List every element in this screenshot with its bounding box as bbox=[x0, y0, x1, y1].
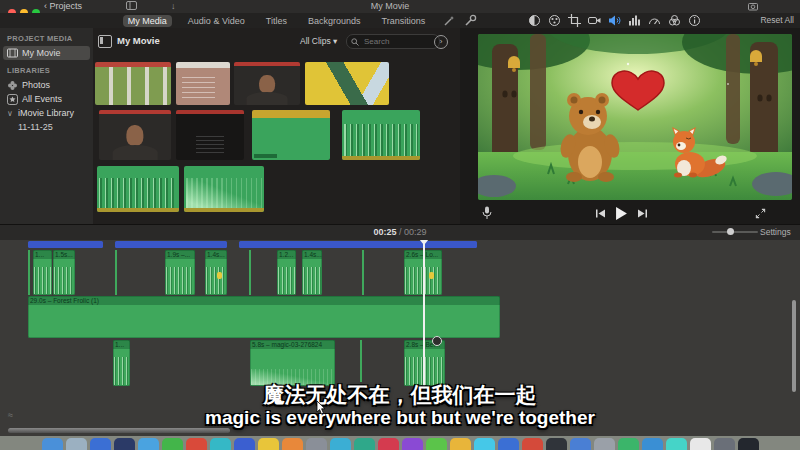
fullscreen-icon[interactable] bbox=[755, 204, 766, 222]
play-icon[interactable] bbox=[615, 207, 628, 220]
tab-my-media[interactable]: My Media bbox=[123, 15, 172, 27]
adjust-wrench-icon[interactable] bbox=[464, 14, 477, 27]
voiceover-mic-icon[interactable] bbox=[481, 204, 493, 222]
media-thumbnail-waveform-decay[interactable] bbox=[184, 166, 264, 212]
search-input[interactable] bbox=[362, 36, 435, 47]
timeline-clip[interactable]: 1... bbox=[33, 250, 52, 295]
music-bar-clip[interactable] bbox=[28, 241, 103, 248]
dock-app-icon[interactable] bbox=[258, 438, 279, 450]
skip-back-icon[interactable] bbox=[595, 208, 606, 219]
thin-clip[interactable] bbox=[362, 250, 364, 295]
disclosure-triangle-icon[interactable]: ∨ bbox=[7, 109, 14, 118]
dock-app-icon[interactable] bbox=[642, 438, 663, 450]
reset-all-button[interactable]: Reset All bbox=[760, 15, 794, 25]
enhance-wand-icon[interactable] bbox=[443, 15, 455, 27]
dock-app-icon[interactable] bbox=[162, 438, 183, 450]
media-thumbnail-webpage[interactable] bbox=[95, 62, 171, 105]
thin-clip[interactable] bbox=[249, 250, 251, 295]
dock-app-icon[interactable] bbox=[210, 438, 231, 450]
timeline-zoom-slider[interactable] bbox=[712, 231, 758, 233]
speed-icon[interactable] bbox=[648, 14, 661, 27]
tab-transitions[interactable]: Transitions bbox=[376, 15, 430, 27]
volume-icon[interactable] bbox=[608, 14, 621, 27]
tab-audio-video[interactable]: Audio & Video bbox=[183, 15, 250, 27]
clip-filter-icon[interactable] bbox=[668, 14, 681, 27]
sidebar-item-photos[interactable]: Photos bbox=[0, 78, 93, 92]
color-balance-icon[interactable] bbox=[528, 14, 541, 27]
thin-clip[interactable] bbox=[360, 340, 362, 382]
dock-app-icon[interactable] bbox=[378, 438, 399, 450]
dock-app-icon[interactable] bbox=[618, 438, 639, 450]
sidebar-item-imovie-library[interactable]: ∨ iMovie Library bbox=[0, 106, 93, 120]
source-browser-toggle-icon[interactable]: › bbox=[434, 35, 448, 49]
media-thumbnail-screen-dark[interactable] bbox=[176, 110, 244, 160]
dock-app-icon[interactable] bbox=[402, 438, 423, 450]
thin-clip[interactable] bbox=[28, 250, 30, 295]
thin-clip[interactable] bbox=[115, 250, 117, 295]
tab-backgrounds[interactable]: Backgrounds bbox=[303, 15, 366, 27]
media-thumbnail-waveform-dense[interactable] bbox=[97, 166, 179, 212]
dock-app-icon[interactable] bbox=[426, 438, 447, 450]
media-thumbnail-person[interactable] bbox=[234, 62, 300, 105]
sidebar-item-event-date[interactable]: 11-11-25 bbox=[0, 120, 93, 133]
timeline-clip[interactable]: 1... bbox=[113, 340, 130, 386]
music-bar-clip[interactable] bbox=[115, 241, 227, 248]
dock-app-icon[interactable] bbox=[690, 438, 711, 450]
layout-icon[interactable] bbox=[126, 0, 137, 11]
noise-reduction-icon[interactable] bbox=[628, 14, 641, 27]
dock-app-icon[interactable] bbox=[666, 438, 687, 450]
timeline-clip[interactable]: 5.8s – magic-03-276824 bbox=[250, 340, 335, 386]
media-thumbnail-waveform-spiky[interactable] bbox=[342, 110, 420, 160]
dock-app-icon[interactable] bbox=[474, 438, 495, 450]
timeline-clip[interactable]: 1.2... bbox=[277, 250, 296, 295]
dock-app-icon[interactable] bbox=[522, 438, 543, 450]
search-box[interactable] bbox=[346, 34, 440, 49]
tab-titles[interactable]: Titles bbox=[261, 15, 292, 27]
dock-app-icon[interactable] bbox=[498, 438, 519, 450]
zoom-slider-thumb[interactable] bbox=[727, 228, 734, 235]
sidebar-item-my-movie[interactable]: My Movie bbox=[3, 46, 90, 60]
all-clips-dropdown[interactable]: All Clips ▾ bbox=[300, 36, 337, 46]
info-icon[interactable] bbox=[688, 14, 701, 27]
media-thumbnail-green-title[interactable] bbox=[252, 110, 330, 160]
color-correction-icon[interactable] bbox=[548, 14, 561, 27]
dock-app-icon[interactable] bbox=[282, 438, 303, 450]
sidebar-item-all-events[interactable]: All Events bbox=[0, 92, 93, 106]
timeline-clip[interactable]: 1.9s –... bbox=[165, 250, 195, 295]
video-viewer[interactable] bbox=[478, 34, 792, 200]
crop-icon[interactable] bbox=[568, 14, 581, 27]
dock-app-icon[interactable] bbox=[66, 438, 87, 450]
timeline-clip[interactable]: 29.0s – Forest Frolic (1) bbox=[28, 296, 500, 338]
media-thumbnail-yellow-graphic[interactable] bbox=[305, 62, 389, 105]
dock-app-icon[interactable] bbox=[714, 438, 735, 450]
back-to-projects-button[interactable]: ‹ Projects bbox=[44, 1, 82, 11]
clip-overview-icon[interactable] bbox=[98, 35, 112, 48]
media-thumbnail-person[interactable] bbox=[99, 110, 171, 160]
skip-forward-icon[interactable] bbox=[637, 208, 648, 219]
camera-icon[interactable] bbox=[748, 2, 758, 11]
download-icon[interactable]: ↓ bbox=[171, 1, 176, 11]
dock-app-icon[interactable] bbox=[330, 438, 351, 450]
vertical-scrollbar[interactable] bbox=[792, 300, 796, 392]
dock-app-icon[interactable] bbox=[234, 438, 255, 450]
dock-app-icon[interactable] bbox=[546, 438, 567, 450]
timeline-clip[interactable]: 1.4s... bbox=[205, 250, 227, 295]
timeline-settings-button[interactable]: Settings bbox=[760, 227, 791, 237]
dock-app-icon[interactable] bbox=[138, 438, 159, 450]
timeline-clip[interactable]: 2.8s – Bel... bbox=[404, 340, 445, 386]
stabilization-camera-icon[interactable] bbox=[588, 14, 601, 27]
dock-app-icon[interactable] bbox=[570, 438, 591, 450]
clip-effect-badge[interactable] bbox=[432, 336, 442, 346]
dock-app-icon[interactable] bbox=[42, 438, 63, 450]
dock-app-icon[interactable] bbox=[354, 438, 375, 450]
dock-app-icon[interactable] bbox=[114, 438, 135, 450]
dock-app-icon[interactable] bbox=[594, 438, 615, 450]
dock-app-icon[interactable] bbox=[450, 438, 471, 450]
dock-app-icon[interactable] bbox=[90, 438, 111, 450]
dock-app-icon[interactable] bbox=[306, 438, 327, 450]
timeline-clip[interactable]: 1.4s... bbox=[302, 250, 322, 295]
dock-app-icon[interactable] bbox=[186, 438, 207, 450]
dock-app-icon[interactable] bbox=[738, 438, 759, 450]
music-bar-clip[interactable] bbox=[239, 241, 477, 248]
media-thumbnail-notes[interactable] bbox=[176, 62, 230, 105]
